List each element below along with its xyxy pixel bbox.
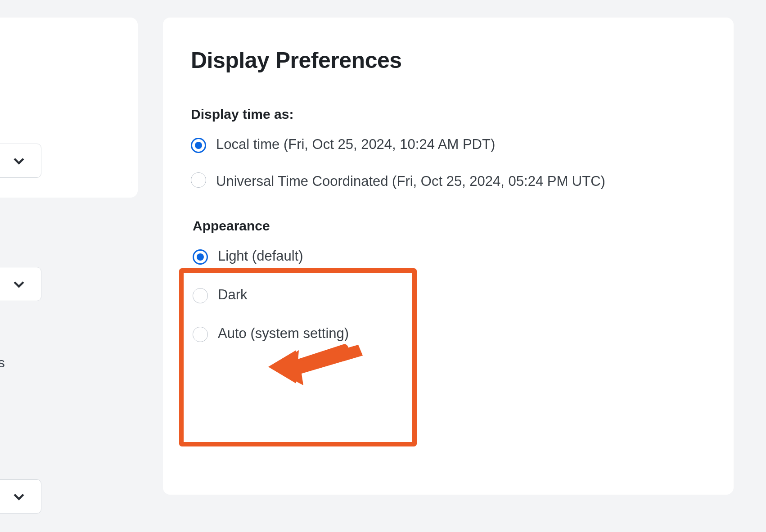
sidebar-select-2[interactable] [0,267,41,301]
radio-label: Local time (Fri, Oct 25, 2024, 10:24 AM … [216,134,495,155]
radio-input[interactable] [193,327,208,342]
radio-input[interactable] [193,288,208,303]
radio-input[interactable] [191,138,206,153]
radio-label: Universal Time Coordinated (Fri, Oct 25,… [216,171,605,192]
appearance-label: Appearance [193,218,706,234]
radio-appearance-dark[interactable]: Dark [193,284,706,306]
display-preferences-card: Display Preferences Display time as: Loc… [163,18,734,495]
sidebar-select-1[interactable] [0,144,41,178]
radio-utc-time[interactable]: Universal Time Coordinated (Fri, Oct 25,… [191,171,706,192]
display-time-label: Display time as: [191,107,706,122]
appearance-section: Appearance Light (default) Dark Auto (sy… [191,218,706,344]
chevron-down-icon [11,153,27,168]
radio-appearance-auto[interactable]: Auto (system setting) [193,323,706,344]
radio-label: Dark [218,284,247,306]
chevron-down-icon [11,489,27,504]
sidebar-card: pe, the Sites [0,18,138,198]
page-title: Display Preferences [191,47,706,73]
display-time-section: Display time as: Local time (Fri, Oct 25… [191,107,706,192]
sidebar-description-fragment: pe, the Sites [0,352,38,373]
radio-input[interactable] [191,172,206,188]
sidebar-select-3[interactable] [0,479,41,514]
radio-appearance-light[interactable]: Light (default) [193,245,706,267]
radio-input[interactable] [193,249,208,265]
chevron-down-icon [11,276,27,292]
radio-label: Light (default) [218,245,303,267]
radio-local-time[interactable]: Local time (Fri, Oct 25, 2024, 10:24 AM … [191,134,706,155]
radio-label: Auto (system setting) [218,323,349,344]
